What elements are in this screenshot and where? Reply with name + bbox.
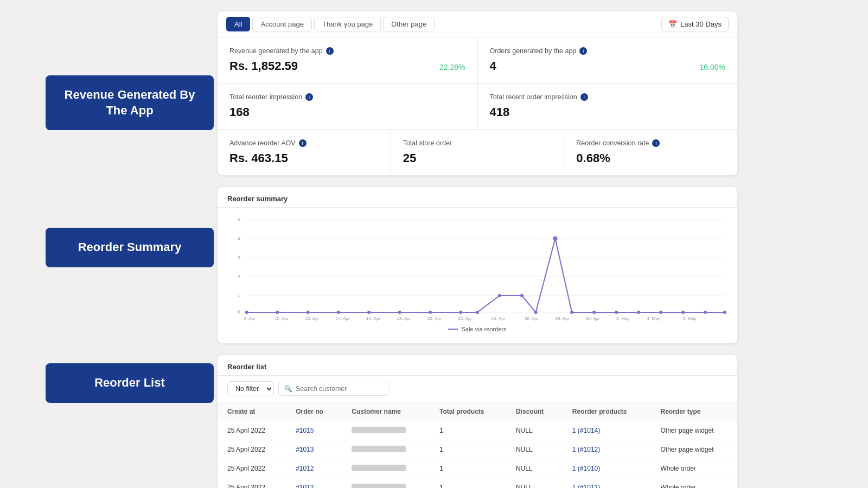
chart-legend: Sale via reorders [227,326,727,332]
metric-aov-info[interactable]: i [299,139,307,147]
metric-conversion-rate-value: 0.68% [576,151,610,165]
metric-conversion-rate: Reorder conversion rate i 0.68% [564,130,737,175]
col-create-at: Create at [218,402,286,421]
metric-recent-impression-label: Total recent order impression [490,93,577,101]
revenue-label: Revenue Generated By The App [46,75,214,130]
main-content: All Account page Thank you page Other pa… [217,11,738,488]
metric-reorder-impression-info[interactable]: i [305,93,313,101]
metric-conversion-rate-info[interactable]: i [652,139,660,147]
cell-discount: NULL [506,478,563,489]
table-row: 25 April 2022 #1015 BLURRED 1 NULL 1 (#1… [218,421,737,440]
cell-order-no[interactable]: #1012 [286,478,342,489]
svg-text:12. Apr: 12. Apr [305,316,319,321]
cell-order-no[interactable]: #1012 [286,459,342,478]
metric-orders-label: Orders generated by the app [490,47,577,55]
svg-point-14 [306,311,309,314]
cell-order-no[interactable]: #1015 [286,421,342,440]
tab-thankyou[interactable]: Thank you page [314,17,381,31]
cell-total-products: 1 [430,459,506,478]
svg-point-30 [681,311,685,314]
cell-total-products: 1 [430,478,506,489]
metric-conversion-rate-label: Reorder conversion rate [576,139,649,147]
search-input[interactable] [296,385,382,393]
col-reorder-type: Reorder type [650,402,737,421]
col-discount: Discount [506,402,563,421]
cell-reorder-type: Whole order [650,478,737,489]
metric-aov-value: Rs. 463.15 [229,151,288,165]
reorder-summary-card: Reorder summary 5 4 3 2 1 0 [217,187,738,344]
tab-account[interactable]: Account page [252,17,312,31]
col-customer-name: Customer name [342,402,430,421]
svg-text:5: 5 [237,217,240,222]
date-filter-label: Last 30 Days [680,20,722,28]
chart-area: 5 4 3 2 1 0 [218,208,737,343]
metric-recent-impression-info[interactable]: i [580,93,588,101]
col-order-no: Order no [286,402,342,421]
svg-point-28 [637,311,640,314]
cell-reorder-products[interactable]: 1 (#1011) [563,478,651,489]
reorder-list-label: Reorder List [46,363,214,403]
col-reorder-products: Reorder products [563,402,651,421]
col-total-products: Total products [430,402,506,421]
svg-text:4. May: 4. May [647,316,661,321]
svg-text:0: 0 [237,309,240,314]
svg-point-31 [704,311,707,314]
cell-create-at: 25 April 2022 [218,478,286,489]
cell-create-at: 25 April 2022 [218,459,286,478]
cell-create-at: 25 April 2022 [218,440,286,459]
metric-orders-value: 4 [490,59,496,73]
metric-orders-info[interactable]: i [579,47,587,55]
metric-aov: Advance reorder AOV i Rs. 463.15 [218,130,391,175]
svg-text:10. Apr: 10. Apr [275,316,289,321]
table-row: 25 April 2022 #1013 BLURRED 1 NULL 1 (#1… [218,440,737,459]
svg-point-16 [367,311,371,314]
svg-text:2. May: 2. May [616,316,630,321]
svg-text:2: 2 [237,274,240,279]
legend-label: Sale via reorders [461,326,506,332]
metric-reorder-impression: Total reorder impression i 168 [218,84,478,129]
metric-reorder-impression-value: 168 [229,105,250,119]
metric-reorder-impression-label: Total reorder impression [229,93,302,101]
cell-reorder-products[interactable]: 1 (#1012) [563,440,651,459]
metric-revenue-info[interactable]: i [326,47,334,55]
svg-point-17 [398,311,401,314]
svg-point-15 [337,311,340,314]
metrics-row-3: Advance reorder AOV i Rs. 463.15 Total s… [218,130,737,175]
cell-order-no[interactable]: #1013 [286,440,342,459]
tab-other[interactable]: Other page [383,17,435,31]
metric-aov-label: Advance reorder AOV [229,139,296,147]
table-header: Create at Order no Customer name Total p… [218,402,737,421]
svg-point-12 [245,311,248,314]
svg-text:3: 3 [237,255,240,260]
filter-select[interactable]: No filter [227,381,274,396]
date-filter[interactable]: 📅 Last 30 Days [661,17,729,31]
svg-point-22 [520,294,524,297]
reorder-summary-label: Reorder Summary [46,228,214,267]
svg-point-20 [476,311,479,314]
cell-discount: NULL [506,459,563,478]
svg-point-29 [659,311,662,314]
svg-text:4: 4 [237,236,240,241]
tabs-left: All Account page Thank you page Other pa… [226,17,435,31]
reorder-chart: 5 4 3 2 1 0 [227,213,727,322]
table-body: 25 April 2022 #1015 BLURRED 1 NULL 1 (#1… [218,421,737,489]
cell-discount: NULL [506,421,563,440]
tab-all[interactable]: All [226,17,250,31]
svg-point-21 [498,294,501,297]
metric-store-order: Total store order 25 [391,130,565,175]
search-box: 🔍 [278,382,388,396]
cell-reorder-type: Whole order [650,459,737,478]
metric-recent-impression-value: 418 [490,105,510,119]
cell-create-at: 25 April 2022 [218,421,286,440]
svg-text:6. May: 6. May [683,316,697,321]
stats-card: All Account page Thank you page Other pa… [217,11,738,176]
svg-text:20. Apr: 20. Apr [427,316,442,321]
svg-text:22. Apr: 22. Apr [458,316,472,321]
tab-bar: All Account page Thank you page Other pa… [218,11,737,37]
cell-customer-name: BLURRED [342,421,430,440]
metric-recent-impression: Total recent order impression i 418 [478,84,738,129]
cell-reorder-products[interactable]: 1 (#1014) [563,421,651,440]
legend-line [448,329,458,330]
cell-reorder-products[interactable]: 1 (#1010) [563,459,651,478]
svg-text:8. Apr: 8. Apr [244,316,256,321]
